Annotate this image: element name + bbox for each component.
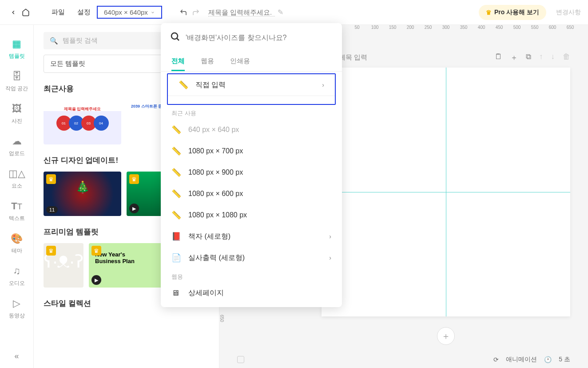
- templates-icon: ▦: [12, 38, 21, 50]
- svg-point-0: [171, 33, 178, 39]
- chevron-right-icon: ›: [329, 233, 331, 240]
- video-icon: ▷: [13, 298, 20, 309]
- sidebar-collapse-button[interactable]: «: [0, 344, 33, 368]
- play-icon: ▶: [91, 275, 101, 285]
- play-icon: ▶: [129, 204, 139, 213]
- sidebar-item-workspace[interactable]: 🗄 작업 공간: [0, 65, 33, 98]
- sidebar-label: 텍스트: [9, 215, 25, 222]
- search-placeholder: 템플릿 검색: [63, 36, 98, 45]
- popup-size-option[interactable]: 📏 640 px × 640 px: [161, 119, 342, 140]
- sidebar-item-text[interactable]: TT 텍스트: [0, 195, 33, 228]
- popup-tabs: 전체 웹용 인쇄용: [161, 52, 342, 72]
- pro-upgrade-button[interactable]: ♛ Pro 사용해 보기: [479, 5, 546, 20]
- page-count-badge: 11: [46, 206, 58, 213]
- canvas-size-button[interactable]: 640px × 640px: [97, 6, 162, 19]
- popup-tab-all[interactable]: 전체: [171, 52, 185, 71]
- popup-size-option[interactable]: 📏 1080 px × 1080 px: [161, 204, 342, 226]
- sidebar-label: 사진: [12, 117, 22, 125]
- sidebar-item-elements[interactable]: ◫△ 요소: [0, 163, 33, 195]
- photo-icon: 🖼: [12, 103, 22, 115]
- popup-size-option[interactable]: 📏 1080 px × 600 px: [161, 183, 342, 204]
- premium-badge-icon: ♛: [129, 174, 139, 184]
- redo-button[interactable]: [190, 6, 202, 19]
- premium-badge-icon: ♛: [46, 174, 56, 184]
- popup-tab-print[interactable]: 인쇄용: [230, 52, 250, 71]
- template-thumb[interactable]: 제목을 입력해주세요 01020304: [44, 100, 121, 144]
- premium-badge-icon: ♛: [46, 246, 56, 256]
- text-icon: TT: [11, 200, 22, 212]
- move-up-icon: ↑: [539, 52, 543, 63]
- bottom-controls: ⟳ 애니메이션 🕐 5 초: [237, 351, 570, 368]
- home-button[interactable]: [20, 6, 32, 19]
- premium-badge-icon: ♛: [91, 246, 101, 256]
- sidebar-label: 업로드: [9, 150, 25, 157]
- back-button[interactable]: [7, 6, 20, 19]
- sidebar-label: 오디오: [9, 280, 25, 287]
- sidebar-label: 작업 공간: [5, 85, 28, 92]
- popup-size-option[interactable]: 📏 1080 px × 900 px: [161, 162, 342, 183]
- sidebar: ▦ 템플릿 🗄 작업 공간 🖼 사진 ☁ 업로드 ◫△ 요소 TT 텍스트 🎨 …: [0, 25, 34, 368]
- settings-menu[interactable]: 설정: [71, 8, 97, 16]
- sidebar-item-templates[interactable]: ▦ 템플릿: [0, 33, 33, 65]
- document-title-input[interactable]: [208, 8, 275, 16]
- topbar: 파일 설정 640px × 640px ✎ ♛ Pro 사용해 보기 변경사항: [0, 0, 588, 25]
- page-header: |이지 - 제목 입력 🗒 ＋ ⧉ ↑ ↓ 🗑: [322, 52, 570, 63]
- duration-label[interactable]: 5 초: [559, 356, 570, 364]
- chevron-down-icon: [151, 10, 155, 15]
- duplicate-icon[interactable]: ⧉: [526, 52, 531, 63]
- popup-tab-web[interactable]: 웹용: [201, 52, 214, 71]
- sidebar-label: 테마: [12, 247, 22, 255]
- book-icon: 📕: [171, 232, 181, 241]
- elements-icon: ◫△: [8, 168, 25, 180]
- upload-icon: ☁: [12, 136, 22, 147]
- sidebar-label: 동영상: [9, 312, 25, 320]
- ruler-icon: 📏: [179, 80, 188, 90]
- add-page-icon[interactable]: ＋: [510, 52, 518, 63]
- clock-icon: 🕐: [544, 356, 552, 363]
- sidebar-item-photos[interactable]: 🖼 사진: [0, 98, 33, 130]
- popup-item-book[interactable]: 📕 책자 (세로형) ›: [161, 226, 342, 247]
- size-popup: 전체 웹용 인쇄용 📏 직접 입력 › 최근 사용 📏 640 px × 640…: [161, 23, 342, 307]
- sidebar-item-upload[interactable]: ☁ 업로드: [0, 130, 33, 163]
- move-down-icon: ↓: [551, 52, 555, 63]
- print-icon: 📄: [171, 253, 181, 263]
- workspace-icon: 🗄: [12, 71, 22, 82]
- ruler-icon: 📏: [171, 210, 181, 220]
- sidebar-item-video[interactable]: ▷ 동영상: [0, 292, 33, 325]
- memo-icon[interactable]: 🗒: [495, 52, 502, 63]
- pro-label: Pro 사용해 보기: [494, 8, 539, 16]
- delete-icon: 🗑: [563, 52, 570, 63]
- ruler-icon: 📏: [171, 125, 181, 135]
- popup-group-web: 웹용: [161, 268, 342, 283]
- changes-label: 변경사항: [556, 8, 581, 16]
- popup-size-option[interactable]: 📏 1080 px × 700 px: [161, 140, 342, 162]
- svg-line-1: [177, 39, 179, 41]
- search-icon: [170, 31, 180, 44]
- search-icon: 🔍: [50, 37, 58, 45]
- popup-group-recent: 최근 사용: [161, 105, 342, 119]
- popup-item-print[interactable]: 📄 실사출력 (세로형) ›: [161, 247, 342, 268]
- template-thumb[interactable]: ♛ ʕ·ᴥ·ʔ: [44, 243, 83, 288]
- add-page-button[interactable]: ＋: [437, 327, 455, 345]
- checkbox[interactable]: [237, 356, 244, 363]
- sidebar-label: 요소: [12, 182, 22, 190]
- popup-search[interactable]: [161, 23, 342, 52]
- theme-icon: 🎨: [11, 233, 23, 244]
- popup-item-direct-input[interactable]: 📏 직접 입력 ›: [168, 74, 335, 96]
- page-title[interactable]: 제목 입력: [339, 53, 367, 62]
- sidebar-item-audio[interactable]: ♫ 오디오: [0, 260, 33, 292]
- sidebar-label: 템플릿: [9, 52, 25, 60]
- page-icon: 🖥: [171, 288, 181, 298]
- animation-label[interactable]: 애니메이션: [506, 356, 537, 364]
- canvas-size-label: 640px × 640px: [104, 8, 148, 16]
- template-thumb[interactable]: ♛ 🎄 11: [44, 172, 121, 216]
- sidebar-item-theme[interactable]: 🎨 테마: [0, 228, 33, 260]
- popup-search-input[interactable]: [186, 34, 333, 42]
- file-menu[interactable]: 파일: [45, 8, 71, 16]
- popup-item-detail-page[interactable]: 🖥 상세페이지: [161, 283, 342, 304]
- ruler-icon: 📏: [171, 146, 181, 156]
- canvas[interactable]: [322, 68, 570, 316]
- undo-button[interactable]: [177, 6, 190, 19]
- edit-title-icon[interactable]: ✎: [278, 8, 283, 16]
- chevron-right-icon: ›: [329, 254, 331, 261]
